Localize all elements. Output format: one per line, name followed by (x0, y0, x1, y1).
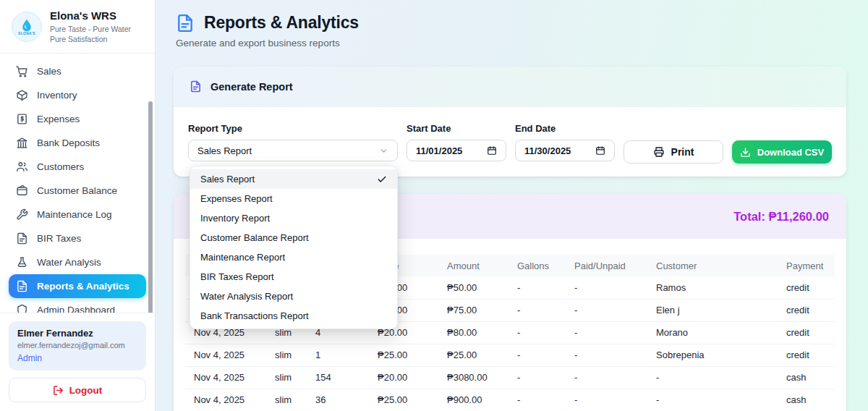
app-window: ELONA'S Elona's WRS Pure Taste - Pure Wa… (0, 0, 868, 411)
menu-option-customer-balance-report[interactable]: Customer Balance Report (190, 228, 397, 247)
menu-option-water-analysis-report[interactable]: Water Analysis Report (190, 287, 397, 306)
bank-icon (16, 137, 28, 149)
sidebar-item-reports-analytics[interactable]: Reports & Analytics (9, 274, 146, 298)
calendar-icon (487, 145, 497, 156)
sidebar-item-water-analysis[interactable]: Water Analysis (9, 250, 146, 274)
start-date-group: Start Date 11/01/2025 (407, 123, 506, 164)
generate-report-card: Generate Report Report Type Sales Report… (174, 67, 846, 177)
check-icon (377, 174, 387, 185)
menu-option-maintenance-report[interactable]: Maintenance Report (190, 247, 397, 267)
download-csv-label: Download CSV (757, 147, 824, 158)
sidebar-item-label: Bank Deposits (37, 137, 100, 148)
start-date-value: 11/01/2025 (416, 145, 462, 156)
sidebar-item-expenses[interactable]: Expenses (9, 107, 146, 131)
sidebar-item-label: Inventory (37, 90, 77, 101)
col-paid-unpaid: Paid/Unpaid (566, 255, 647, 276)
sidebar: ELONA'S Elona's WRS Pure Taste - Pure Wa… (0, 0, 156, 411)
menu-option-inventory-report[interactable]: Inventory Report (190, 208, 397, 228)
page-title: Reports & Analytics (204, 13, 359, 33)
menu-option-sales-report[interactable]: Sales Report (190, 169, 397, 189)
sidebar-item-label: Expenses (37, 114, 80, 124)
sidebar-item-maintenance-log[interactable]: Maintenance Log (9, 203, 146, 226)
start-date-label: Start Date (407, 123, 506, 134)
table-row: Nov 4, 2025slim154₱20.00₱3080.00---cash (185, 366, 835, 389)
download-icon (740, 147, 751, 158)
col-amount: Amount (438, 255, 509, 276)
logo-text: ELONA'S (18, 31, 35, 35)
col-customer: Customer (647, 255, 778, 276)
col-payment: Payment (778, 255, 835, 276)
sidebar-item-label: Maintenance Log (37, 209, 112, 220)
brand-header: ELONA'S Elona's WRS Pure Taste - Pure Wa… (0, 0, 155, 54)
end-date-group: End Date 11/30/2025 (515, 123, 615, 164)
logout-icon (53, 385, 64, 396)
sidebar-item-bank-deposits[interactable]: Bank Deposits (9, 131, 146, 155)
sidebar-item-label: BIR Taxes (37, 233, 81, 244)
cart-icon (16, 65, 28, 77)
banknote-icon (16, 113, 28, 125)
water-drop-icon (21, 19, 33, 32)
wrench-icon (16, 208, 28, 221)
page-subtitle: Generate and export business reports (176, 38, 868, 48)
report-total: Total: ₱11,260.00 (733, 210, 829, 224)
menu-option-bir-taxes-report[interactable]: BIR Taxes Report (190, 267, 397, 287)
printer-icon (653, 146, 665, 158)
sidebar-item-inventory[interactable]: Inventory (9, 83, 146, 107)
flask-icon (16, 256, 28, 268)
sidebar-item-customer-balance[interactable]: Customer Balance (9, 179, 146, 203)
wallet-icon (16, 185, 28, 197)
generate-report-header: Generate Report (174, 67, 846, 107)
generate-report-title: Generate Report (210, 81, 293, 93)
user-card: Elmer Fernandez elmer.fernandezoj@gmail.… (9, 321, 146, 370)
sidebar-item-label: Water Analysis (37, 257, 101, 268)
sidebar-item-sales[interactable]: Sales (9, 59, 146, 83)
file-text-icon (16, 232, 28, 245)
sidebar-item-customers[interactable]: Customers (9, 155, 146, 179)
brand-logo: ELONA'S (12, 12, 42, 42)
report-type-select[interactable]: Sales Report (188, 140, 398, 161)
chevron-down-icon (379, 146, 388, 156)
sidebar-item-bir-taxes[interactable]: BIR Taxes (9, 226, 146, 250)
sidebar-nav: Sales Inventory Expenses Bank Deposits (0, 54, 155, 322)
sidebar-footer: Elmer Fernandez elmer.fernandezoj@gmail.… (0, 313, 155, 411)
generate-report-icon (190, 80, 202, 93)
report-type-group: Report Type Sales Report (188, 123, 398, 164)
user-email: elmer.fernandezoj@gmail.com (17, 341, 137, 349)
print-button[interactable]: Print (624, 140, 723, 164)
menu-option-expenses-report[interactable]: Expenses Report (190, 189, 397, 208)
table-row: Nov 4, 2025slim36₱25.00₱900.00---cash (185, 389, 835, 411)
brand-subtitle: Pure Taste - Pure Water Pure Satisfactio… (50, 24, 131, 44)
sidebar-scrollbar-thumb[interactable] (148, 101, 153, 324)
download-csv-button[interactable]: Download CSV (732, 140, 832, 164)
report-page-icon (176, 14, 195, 33)
sidebar-item-label: Sales (37, 66, 61, 77)
package-icon (16, 89, 28, 101)
brand-title: Elona's WRS (50, 9, 131, 22)
calendar-icon (595, 145, 605, 156)
report-type-value: Sales Report (197, 145, 252, 156)
file-text-icon (16, 280, 28, 292)
main-content: Reports & Analytics Generate and export … (156, 0, 868, 411)
brand-text: Elona's WRS Pure Taste - Pure Water Pure… (50, 9, 131, 44)
page-header: Reports & Analytics Generate and export … (156, 0, 868, 48)
report-controls: Report Type Sales Report Start Date 11/0… (174, 107, 846, 164)
sidebar-item-label: Reports & Analytics (37, 281, 129, 292)
user-role-badge: Admin (17, 353, 137, 363)
user-name: Elmer Fernandez (17, 328, 137, 339)
table-row: Nov 4, 2025slim1₱25.00₱25.00--Sobrepenia… (185, 344, 835, 366)
col-gallons: Gallons (509, 255, 566, 276)
report-type-menu: Sales Report Expenses Report Inventory R… (190, 166, 398, 329)
sidebar-item-label: Customers (37, 161, 84, 172)
start-date-input[interactable]: 11/01/2025 (407, 140, 506, 161)
logout-label: Logout (69, 385, 103, 396)
end-date-label: End Date (515, 123, 615, 134)
report-type-label: Report Type (188, 123, 398, 134)
end-date-value: 11/30/2025 (524, 145, 571, 156)
end-date-input[interactable]: 11/30/2025 (515, 140, 615, 161)
sidebar-item-label: Customer Balance (37, 185, 117, 196)
users-icon (16, 161, 28, 173)
logout-button[interactable]: Logout (9, 378, 146, 402)
print-label: Print (671, 146, 694, 158)
menu-option-bank-transactions-report[interactable]: Bank Transactions Report (190, 306, 397, 326)
